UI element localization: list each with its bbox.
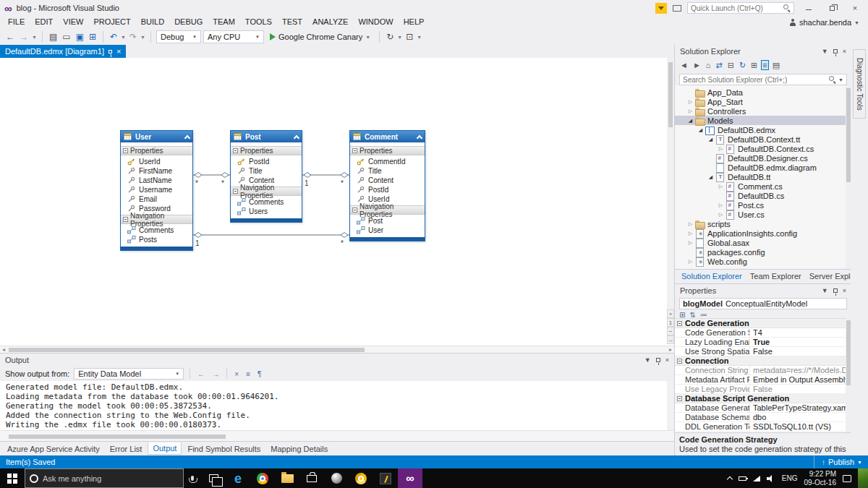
output-horizontal-scrollbar[interactable] [0, 430, 674, 442]
refresh-icon[interactable]: ↻ [739, 61, 746, 70]
prev-message-icon[interactable]: ← [196, 370, 206, 378]
open-file-icon[interactable]: ▭ [61, 32, 72, 42]
collapsed-arrow-icon[interactable]: ▷ [686, 108, 694, 114]
tree-item-scripts[interactable]: ▷scripts [675, 219, 846, 228]
show-all-files-icon[interactable]: ⊞ [750, 61, 758, 70]
tab-solution-explorer[interactable]: Solution Explorer [678, 270, 746, 282]
collapsed-arrow-icon[interactable]: ▷ [717, 202, 725, 208]
feedback-tool-icon[interactable]: ⊡ [404, 32, 414, 42]
menu-test[interactable]: TEST [277, 16, 307, 29]
menu-file[interactable]: FILE [3, 16, 30, 29]
window-position-icon[interactable]: ▼ [822, 48, 828, 55]
pin-icon[interactable] [833, 288, 838, 293]
menu-help[interactable]: HELP [399, 16, 430, 29]
entity-header[interactable]: Post [231, 131, 302, 142]
scrollbar-thumb[interactable] [9, 435, 226, 439]
tree-item-packages-config[interactable]: packages.config [675, 247, 846, 257]
close-icon[interactable]: × [116, 47, 121, 56]
property-row[interactable]: Username [121, 185, 192, 194]
tree-item-comment-cs[interactable]: ▷Comment.cs [675, 181, 846, 191]
collapsed-arrow-icon[interactable]: ▷ [717, 184, 725, 189]
categorized-icon[interactable]: ⊞ [679, 311, 685, 319]
pin-icon[interactable] [109, 50, 112, 53]
network-icon[interactable] [753, 476, 760, 481]
next-message-icon[interactable]: → [210, 370, 221, 378]
tree-item-models[interactable]: ◢Models [675, 116, 846, 125]
section-expander-icon[interactable] [233, 189, 238, 194]
tree-item-defaultdb-edmx-diagram[interactable]: DefaultDB.edmx.diagram [675, 163, 846, 172]
taskbar-app-xbox[interactable] [324, 468, 349, 488]
properties-icon[interactable]: ▤ [772, 61, 780, 70]
tree-item-web-config[interactable]: ▷Web.config [675, 257, 846, 266]
property-row-use-strong-spatial-types[interactable]: Use Strong Spatial TypesFalse [675, 347, 846, 356]
window-position-icon[interactable]: ▼ [822, 287, 828, 294]
tree-item-global-asax[interactable]: ▷Global.asax [675, 238, 846, 247]
property-row[interactable]: FirstName [121, 166, 192, 176]
menu-tools[interactable]: TOOLS [240, 16, 277, 29]
tree-item-defaultdb-edmx[interactable]: ◢DefaultDB.edmx [675, 125, 846, 134]
collapse-chevron-icon[interactable] [184, 134, 190, 140]
section-expander-icon[interactable] [233, 148, 238, 153]
zoom-out-button[interactable]: − [667, 327, 674, 335]
section-expander-icon[interactable] [123, 148, 128, 153]
alphabetical-icon[interactable]: ⇅ [689, 311, 695, 319]
property-row[interactable]: Content [350, 176, 425, 185]
collapsed-arrow-icon[interactable]: ▷ [686, 240, 694, 246]
new-file-icon[interactable]: ▤ [48, 32, 59, 42]
menu-view[interactable]: VIEW [58, 16, 88, 29]
property-row-database-schema-name[interactable]: Database Schema Namedbo [675, 413, 846, 422]
expanded-arrow-icon[interactable]: ◢ [707, 174, 715, 180]
taskbar-app-chrome[interactable] [250, 468, 275, 488]
property-row-code-generation-strategy[interactable]: Code Generation StrategyT4 [675, 328, 846, 338]
property-category-database-script-generation[interactable]: Database Script Generation [675, 394, 846, 403]
word-wrap-icon[interactable]: ≡ [244, 370, 252, 378]
entity-user[interactable]: UserPropertiesUserIdFirstNameLastNameUse… [120, 130, 193, 251]
account-area[interactable]: shachar.benda ▼ [789, 18, 859, 27]
collapse-all-icon[interactable]: ⊟ [727, 61, 735, 70]
run-target-dropdown-icon[interactable]: ▼ [365, 35, 370, 40]
document-tab[interactable]: DefaultDB.edmx [Diagram1] × [0, 45, 126, 58]
diagram-canvas-wrap[interactable]: **1*1* UserPropertiesUserIdFirstNameLast… [0, 58, 674, 346]
property-row[interactable]: UserId [121, 157, 192, 166]
property-category-code-generation[interactable]: Code Generation [675, 319, 846, 328]
section-header[interactable]: Navigation Properties [350, 205, 425, 215]
clear-all-icon[interactable]: × [233, 370, 240, 378]
property-row[interactable]: Title [350, 166, 425, 176]
close-panel-icon[interactable]: × [665, 356, 669, 364]
restore-button[interactable] [823, 1, 841, 14]
entity-comment[interactable]: CommentPropertiesCommentIdTitleContentPo… [349, 130, 425, 241]
navigate-backward-icon[interactable]: ← [4, 32, 16, 42]
forward-icon[interactable]: ► [692, 61, 702, 69]
tree-item-applicationinsights-config[interactable]: ▷ApplicationInsights.config [675, 228, 846, 238]
pan-button[interactable]: ↔ [667, 335, 674, 344]
zoom-100-button[interactable]: 1 [667, 318, 674, 327]
redo-icon[interactable]: ↷ [128, 32, 138, 42]
volume-icon[interactable] [767, 475, 775, 482]
solution-configuration-dropdown[interactable]: Debug ▼ [156, 30, 201, 43]
collapsed-arrow-icon[interactable]: ▷ [686, 259, 694, 265]
collapse-icon[interactable] [677, 396, 682, 401]
taskbar-app-store[interactable] [299, 468, 324, 488]
properties-object-dropdown[interactable]: blogModel ConceptualEntityModel [679, 298, 847, 309]
navigate-forward-icon[interactable]: → [18, 32, 30, 42]
tree-item-defaultdb-cs[interactable]: DefaultDB.cs [675, 191, 846, 200]
taskbar-app-edge[interactable]: e [226, 468, 250, 488]
expanded-arrow-icon[interactable]: ◢ [707, 137, 715, 142]
tree-item-post-cs[interactable]: ▷Post.cs [675, 200, 846, 210]
navigation-dropdown-icon[interactable]: ▼ [32, 35, 37, 40]
show-desktop-strip[interactable] [858, 468, 868, 488]
entity-header[interactable]: Comment [350, 131, 425, 142]
section-header[interactable]: Properties [350, 146, 425, 155]
editor-horizontal-scrollbar[interactable]: ◂ ▸ [0, 346, 674, 353]
output-log[interactable]: Generated model file: DefaultDB.edmx.Loa… [0, 381, 667, 430]
language-indicator[interactable]: ENG [782, 474, 798, 482]
undo-icon[interactable]: ↶ [109, 32, 119, 42]
section-header[interactable]: Properties [231, 146, 302, 155]
notifications-flag-icon[interactable] [655, 3, 667, 14]
taskbar-app-dev-tool[interactable] [373, 468, 398, 488]
close-panel-icon[interactable]: × [843, 48, 846, 55]
menu-project[interactable]: PROJECT [88, 16, 135, 29]
microphone-button[interactable] [184, 468, 201, 488]
property-value[interactable]: metadata=res://*/Models.Defa [750, 366, 846, 374]
navigation-property-row[interactable]: Posts [121, 235, 192, 244]
